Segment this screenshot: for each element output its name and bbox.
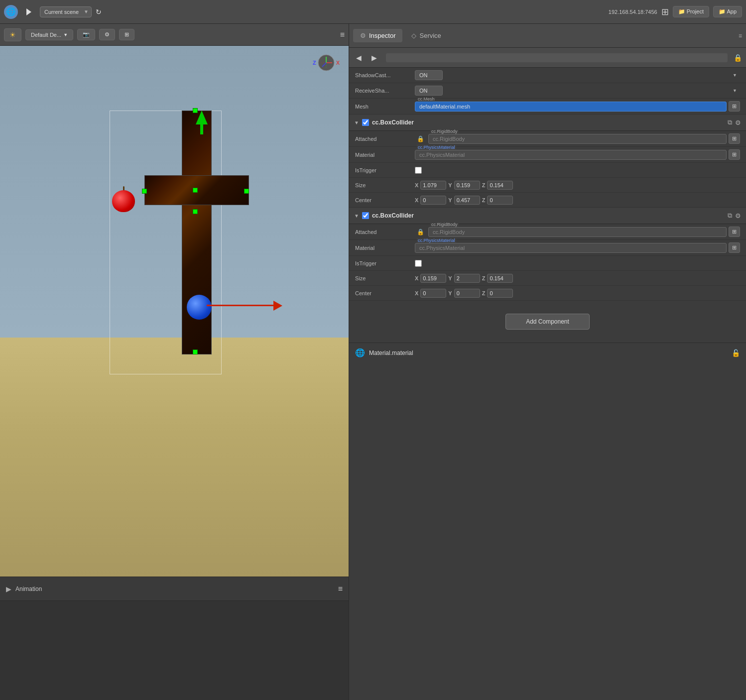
inspector-tab-label: Inspector: [369, 32, 395, 39]
bottom-panel: [0, 600, 349, 700]
mesh-ref-button[interactable]: ⊞: [729, 101, 740, 112]
ip-display: 192.168.54.18:7456 ⊞ 📁 Project 📁 App: [609, 6, 742, 17]
add-component-container: Add Component: [349, 301, 746, 343]
size-1-z-input[interactable]: [487, 181, 513, 190]
size-1-y-label: Y: [448, 182, 452, 188]
center-2-x-input[interactable]: [420, 289, 446, 298]
size-2-y-label: Y: [448, 275, 452, 281]
size-2-x-input[interactable]: [420, 274, 446, 283]
shadow-cast-select[interactable]: ON OFF: [415, 70, 443, 80]
size-1-z-label: Z: [482, 182, 486, 188]
size-2-z-input[interactable]: [487, 274, 513, 283]
is-trigger-2-checkbox[interactable]: [415, 260, 422, 267]
app-button[interactable]: 📁 App: [713, 6, 742, 17]
box-collider-1-settings-button[interactable]: ⚙: [735, 118, 741, 126]
attached-2-field-wrapper: cc.RigidBody cc.RigidBody: [428, 227, 727, 237]
center-1-xyz: X Y Z: [415, 196, 740, 205]
mesh-input[interactable]: [415, 102, 727, 112]
material-1-field-wrapper: cc.PhysicsMaterial cc.PhysicsMaterial: [415, 150, 727, 160]
layout-button[interactable]: ⊞: [119, 29, 134, 40]
inspector-content[interactable]: ShadowCast... ON OFF ReceiveSha...: [349, 68, 746, 700]
tab-inspector[interactable]: ⚙ Inspector: [353, 29, 402, 42]
handle-mid-right: [193, 209, 198, 214]
default-de-label: Default De...: [31, 32, 61, 38]
settings-button[interactable]: ⚙: [99, 29, 115, 40]
refresh-button[interactable]: ↻: [96, 8, 102, 16]
viewport-canvas[interactable]: Z X: [0, 46, 349, 577]
sun-button[interactable]: ☀: [4, 28, 21, 41]
material-2-ref-button[interactable]: ⊞: [729, 242, 740, 253]
box-collider-2-header[interactable]: ▼ cc.BoxCollider ⧉ ⚙: [349, 208, 746, 224]
lock-button[interactable]: 🔒: [734, 54, 742, 62]
center-1-label: Center: [355, 197, 415, 203]
center-1-x-label: X: [415, 197, 418, 203]
shadow-cast-row: ShadowCast... ON OFF: [349, 68, 746, 83]
up-arrow-icon: [196, 111, 208, 124]
size-2-y-input[interactable]: [454, 274, 480, 283]
service-diamond-icon: ◇: [411, 32, 416, 39]
box-collider-2-settings-button[interactable]: ⚙: [735, 212, 741, 220]
scene-select[interactable]: Current scene: [40, 6, 92, 17]
size-1-y-input[interactable]: [454, 181, 480, 190]
service-tab-label: Service: [419, 32, 441, 39]
handle-right: [244, 189, 249, 194]
center-1-x-input[interactable]: [420, 196, 446, 205]
inspector-menu-icon[interactable]: ≡: [739, 32, 742, 39]
attached-2-row: Attached 🔒 cc.RigidBody cc.RigidBody ⊞: [349, 224, 746, 240]
attached-2-label: Attached: [355, 229, 415, 235]
animation-label: Animation: [15, 585, 42, 592]
receive-shadow-dropdown-wrapper: ON OFF: [415, 86, 740, 96]
box-collider-1-copy-button[interactable]: ⧉: [728, 118, 732, 126]
attached-1-tag: cc.RigidBody: [430, 129, 459, 134]
red-arrow: [207, 305, 276, 306]
attached-1-ref-button[interactable]: ⊞: [729, 133, 740, 144]
camera-button[interactable]: 📷: [77, 29, 95, 40]
handle-left: [142, 189, 147, 194]
attached-2-ref-button[interactable]: ⊞: [729, 227, 740, 237]
nav-back-button[interactable]: ◀: [353, 53, 365, 63]
animation-bar: ▶ Animation ≡: [0, 577, 349, 600]
project-button[interactable]: 📁 Project: [673, 6, 709, 17]
receive-shadow-row: ReceiveSha... ON OFF: [349, 83, 746, 99]
material-1-row: Material cc.PhysicsMaterial cc.PhysicsMa…: [349, 147, 746, 163]
center-1-y-input[interactable]: [454, 196, 480, 205]
box-collider-1-header[interactable]: ▼ cc.BoxCollider ⧉ ⚙: [349, 115, 746, 131]
mesh-value: cc.Mesh ⊞: [415, 101, 740, 112]
center-2-y-label: Y: [448, 290, 452, 296]
receive-shadow-value: ON OFF: [415, 86, 740, 96]
is-trigger-1-checkbox[interactable]: [415, 167, 422, 174]
material-2-value: cc.PhysicsMaterial cc.PhysicsMaterial ⊞: [415, 242, 740, 253]
default-de-button[interactable]: Default De... ▼: [25, 29, 73, 40]
mesh-label: Mesh: [355, 104, 415, 110]
left-panel: ☀ Default De... ▼ 📷 ⚙ ⊞ ≡: [0, 24, 349, 700]
center-2-label: Center: [355, 290, 415, 296]
box-collider-1-checkbox[interactable]: [362, 119, 369, 126]
center-1-z-input[interactable]: [487, 196, 513, 205]
ip-address: 192.168.54.18:7456: [609, 9, 657, 15]
collapse-arrow-2-icon: ▼: [354, 213, 359, 219]
receive-shadow-label: ReceiveSha...: [355, 88, 415, 94]
material-1-ref-button[interactable]: ⊞: [729, 149, 740, 160]
animation-menu-icon[interactable]: ≡: [338, 584, 343, 593]
size-1-x-input[interactable]: [420, 181, 446, 190]
add-component-button[interactable]: Add Component: [505, 314, 590, 330]
tab-service[interactable]: ◇ Service: [404, 29, 448, 42]
play-button[interactable]: [22, 5, 36, 19]
box-collider-2-copy-button[interactable]: ⧉: [728, 212, 732, 220]
size-1-x-label: X: [415, 182, 418, 188]
center-2-y-input[interactable]: [454, 289, 480, 298]
is-trigger-1-row: IsTrigger: [349, 163, 746, 178]
nav-forward-button[interactable]: ▶: [369, 53, 380, 63]
shadow-cast-label: ShadowCast...: [355, 72, 415, 78]
lock-2-icon: 🔒: [417, 229, 424, 235]
viewport-menu-icon[interactable]: ≡: [340, 30, 345, 39]
apple-body: [112, 190, 135, 212]
attached-1-field: cc.RigidBody: [428, 134, 727, 144]
receive-shadow-select[interactable]: ON OFF: [415, 86, 443, 96]
material-footer-row: 🌐 Material.material 🔓: [349, 343, 746, 362]
size-2-row: Size X Y Z: [349, 271, 746, 286]
box-collider-2-checkbox[interactable]: [362, 212, 369, 219]
play-triangle-icon: [26, 8, 31, 15]
center-2-z-input[interactable]: [487, 289, 513, 298]
shadow-cast-dropdown-wrapper: ON OFF: [415, 70, 740, 80]
